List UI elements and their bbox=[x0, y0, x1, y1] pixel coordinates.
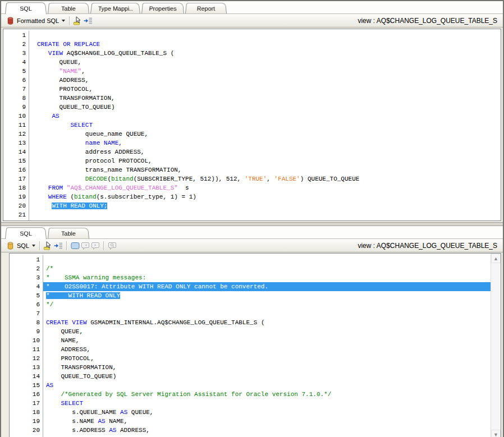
code-line-text: PROTOCOL, bbox=[43, 354, 501, 363]
code-line-text: QUEUE, bbox=[29, 58, 501, 67]
tab-report[interactable]: Report bbox=[185, 3, 227, 13]
code-line: 1 bbox=[10, 255, 501, 264]
code-line: 3 VIEW AQ$CHANGE_LOG_QUEUE_TABLE_S ( bbox=[3, 49, 501, 58]
code-line: 18 s.QUEUE_NAME AS QUEUE, bbox=[10, 408, 501, 417]
code-line: 12 PROTOCOL, bbox=[10, 354, 501, 363]
code-line-text: PROTOCOL, bbox=[29, 85, 501, 94]
code-line: 9 QUEUE, bbox=[10, 327, 501, 336]
code-line: 14 QUEUE_TO_QUEUE) bbox=[10, 372, 501, 381]
source-sql-panel: SQLTableType Mappi..PropertiesReport For… bbox=[1, 1, 503, 223]
line-number: 17 bbox=[10, 399, 43, 408]
line-number: 9 bbox=[3, 103, 29, 112]
line-number: 16 bbox=[3, 165, 29, 174]
code-line: 7 bbox=[10, 309, 501, 318]
tab-properties[interactable]: Properties bbox=[141, 3, 184, 13]
tab-type-mappi[interactable]: Type Mappi.. bbox=[90, 3, 140, 13]
code-line: 20 s.ADDRESS AS ADDRESS, bbox=[10, 426, 501, 435]
sql-mode-dropdown[interactable]: SQL bbox=[17, 242, 29, 249]
select-cursor-icon[interactable] bbox=[43, 241, 53, 250]
line-number: 11 bbox=[10, 345, 43, 354]
tab-label: Report bbox=[197, 5, 216, 11]
converted-toolbar: SQL view : AQ$CHANGE_LOG_QUEUE_TABLE_S bbox=[1, 239, 503, 252]
source-view-label: view : AQ$CHANGE_LOG_QUEUE_TABLE_S bbox=[358, 17, 499, 25]
code-line: 11 ADDRESS, bbox=[10, 345, 501, 354]
line-number: 7 bbox=[3, 85, 29, 94]
tab-label: Table bbox=[61, 230, 76, 236]
code-line: 2/* bbox=[10, 264, 501, 273]
source-code-editor[interactable]: 12CREATE OR REPLACE3 VIEW AQ$CHANGE_LOG_… bbox=[3, 29, 501, 221]
code-line: 3* SSMA warning messages: bbox=[10, 273, 501, 282]
code-line-text: s.QUEUE_NAME AS QUEUE, bbox=[43, 408, 501, 417]
code-line-text: */ bbox=[43, 300, 501, 309]
source-toolbar: Formatted SQL view : AQ$CHANGE_LOG_QUEUE… bbox=[1, 14, 503, 27]
code-line: 16 /*Generated by SQL Server Migration A… bbox=[10, 390, 501, 399]
line-number: 21 bbox=[3, 210, 29, 219]
line-number: 18 bbox=[3, 183, 29, 192]
code-line: 1 bbox=[3, 31, 501, 40]
code-line-text: /*Generated by SQL Server Migration Assi… bbox=[43, 390, 501, 399]
line-number: 1 bbox=[3, 31, 29, 40]
toolbar-separator bbox=[103, 241, 104, 250]
code-line-text: WITH READ ONLY; bbox=[29, 201, 501, 210]
converted-tab-row: SQLTable bbox=[1, 226, 503, 239]
line-number: 9 bbox=[10, 327, 43, 336]
code-line-text: QUEUE_TO_QUEUE) bbox=[29, 103, 501, 112]
line-number: 3 bbox=[10, 273, 43, 282]
tab-sql[interactable]: SQL bbox=[5, 227, 47, 239]
select-cursor-icon[interactable] bbox=[73, 16, 83, 25]
line-number: 6 bbox=[10, 300, 43, 309]
tab-table[interactable]: Table bbox=[48, 228, 89, 238]
tab-label: Type Mappi.. bbox=[98, 5, 132, 11]
vertical-scrollbar[interactable]: ▲ ▼ bbox=[491, 254, 501, 437]
code-line: 12 queue_name QUEUE, bbox=[3, 130, 501, 139]
line-number: 19 bbox=[10, 417, 43, 426]
code-line-text bbox=[29, 31, 501, 40]
code-line-text: FROM "AQ$_CHANGE_LOG_QUEUE_TABLE_S" s bbox=[29, 183, 501, 192]
line-number: 5 bbox=[10, 291, 43, 300]
goto-statement-icon[interactable] bbox=[83, 16, 93, 25]
scroll-up-icon[interactable]: ▲ bbox=[491, 254, 501, 263]
converted-view-label: view : AQ$CHANGE_LOG_QUEUE_TABLE_S bbox=[358, 242, 499, 250]
code-line: 15 protocol PROTOCOL, bbox=[3, 157, 501, 165]
code-line-text: SELECT bbox=[29, 121, 501, 130]
code-line-text: QUEUE, bbox=[43, 327, 501, 336]
code-line: 8 TRANSFORMATION, bbox=[3, 94, 501, 103]
code-line-text: name NAME, bbox=[29, 139, 501, 148]
code-line-text: ADDRESS, bbox=[43, 345, 501, 354]
line-number: 15 bbox=[3, 157, 29, 165]
code-line-text: s.ADDRESS AS ADDRESS, bbox=[43, 426, 501, 435]
line-number: 13 bbox=[10, 363, 43, 372]
code-line-text: CREATE OR REPLACE bbox=[29, 40, 501, 49]
prev-message-icon[interactable] bbox=[80, 241, 90, 250]
code-line-text: AS bbox=[43, 381, 501, 390]
code-line-text bbox=[43, 255, 501, 264]
code-line: 16 trans_name TRANSFORMATION, bbox=[3, 165, 501, 174]
code-line-text: address ADDRESS, bbox=[29, 148, 501, 157]
tab-sql[interactable]: SQL bbox=[5, 2, 47, 14]
code-line-text: WHERE (bitand(s.subscriber_type, 1) = 1) bbox=[29, 192, 501, 201]
next-message-icon[interactable] bbox=[90, 241, 100, 250]
line-number: 14 bbox=[10, 372, 43, 381]
scroll-down-icon[interactable]: ▼ bbox=[491, 430, 501, 437]
converted-sql-panel: SQLTable SQL view : AQ$CHANGE_LOG_QUEUE_… bbox=[1, 226, 503, 437]
tab-table[interactable]: Table bbox=[48, 3, 89, 13]
code-line-text bbox=[29, 219, 501, 221]
line-number: 8 bbox=[3, 94, 29, 103]
tab-label: Table bbox=[61, 5, 76, 11]
line-number: 11 bbox=[3, 121, 29, 130]
code-line: 8CREATE VIEW GSMADMIN_INTERNAL.AQ$CHANGE… bbox=[10, 318, 501, 327]
code-line: 10 NAME, bbox=[10, 336, 501, 345]
view-message-icon[interactable] bbox=[107, 241, 117, 250]
tab-label: SQL bbox=[20, 230, 32, 236]
code-line: 9 QUEUE_TO_QUEUE) bbox=[3, 103, 501, 112]
code-line-text: CREATE VIEW GSMADMIN_INTERNAL.AQ$CHANGE_… bbox=[43, 318, 501, 327]
code-line: 21 bbox=[3, 210, 501, 219]
sql-mode-dropdown[interactable]: Formatted SQL bbox=[17, 17, 59, 24]
code-line-text: * WITH READ ONLY bbox=[43, 291, 501, 300]
goto-statement-icon[interactable] bbox=[53, 241, 63, 250]
line-number: 5 bbox=[3, 67, 29, 76]
dropdown-arrow-icon[interactable] bbox=[61, 16, 66, 25]
pane-icon[interactable] bbox=[70, 241, 80, 250]
converted-code-editor[interactable]: 12/*3* SSMA warning messages:4* O2SS0017… bbox=[9, 253, 501, 437]
dropdown-arrow-icon[interactable] bbox=[31, 241, 36, 250]
